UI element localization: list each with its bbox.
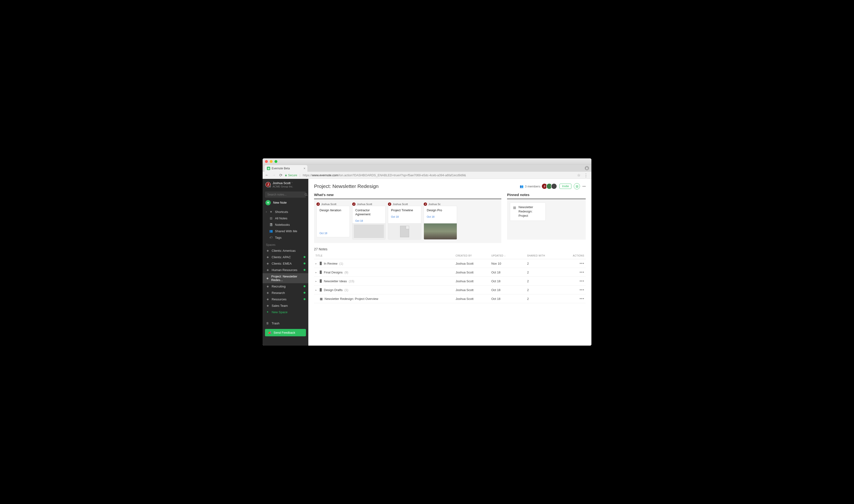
expand-caret-icon[interactable]: ▸ <box>316 271 318 274</box>
card-date: Oct 18 <box>355 219 382 222</box>
table-row[interactable]: ▸▉In Review (1)Joshua ScottNov 102••• <box>314 259 586 268</box>
new-note-button[interactable]: + New Note <box>265 200 305 205</box>
card-date: Oct 18 <box>320 232 347 235</box>
tab-title: Evernote Beta <box>272 167 290 170</box>
cube-icon: ◈ <box>266 262 269 265</box>
secure-indicator[interactable]: Secure <box>285 174 297 177</box>
search-icon <box>304 193 308 196</box>
col-actions: ACTIONS <box>568 254 584 257</box>
sidebar-space-item[interactable]: ◈Clients: Americas <box>263 248 308 254</box>
browser-reload-button[interactable]: ⟳ <box>279 173 282 177</box>
url-text[interactable]: https://www.evernote.com/Ion.action?DASH… <box>303 174 466 177</box>
sidebar-item-tags[interactable]: 🏷Tags <box>263 234 308 241</box>
row-actions-button[interactable]: ••• <box>568 288 584 292</box>
spaces-header: Spaces <box>263 241 308 248</box>
status-dot-icon <box>304 292 305 294</box>
new-space-button[interactable]: ✦ New Space <box>263 309 308 316</box>
card-date: Oct 18 <box>427 215 454 218</box>
sidebar-space-item[interactable]: ◈Research <box>263 290 308 296</box>
sidebar-space-item[interactable]: ◈Clients: APAC <box>263 254 308 260</box>
search-input[interactable] <box>267 193 303 196</box>
window-titlebar <box>263 158 591 165</box>
sidebar-item-shortcuts[interactable]: ▸★Shortcuts <box>263 209 308 215</box>
sidebar-account[interactable]: J Joshua Scott ˅ ACME Group Inc. <box>263 179 308 191</box>
members-icon: 👥 <box>520 185 523 188</box>
pinned-panel: ▦ Newsletter Redesign: Project <box>507 199 586 240</box>
col-shared-with[interactable]: SHARED WITH <box>527 254 568 257</box>
card-date: Oct 18 <box>391 215 418 218</box>
member-avatars[interactable]: J <box>543 183 557 190</box>
sidebar-space-item[interactable]: ◈Human Resources <box>263 267 308 273</box>
expand-caret-icon[interactable]: ▸ <box>316 280 318 283</box>
user-avatar-icon: J <box>265 182 271 187</box>
members-indicator[interactable]: 👥 3 members <box>520 185 540 188</box>
invite-button[interactable]: Invite <box>559 184 572 189</box>
card-title: Design Iteration <box>320 209 347 213</box>
row-actions-button[interactable]: ••• <box>568 270 584 274</box>
chevron-down-icon: ˅ <box>291 182 292 185</box>
evernote-favicon-icon: ⊞ <box>267 167 270 170</box>
notes-count: 27 Notes <box>314 245 586 252</box>
table-row[interactable]: ▸▉Final Designs (9)Joshua ScottOct 182••… <box>314 268 586 277</box>
browser-menu-icon[interactable]: ⋮ <box>583 173 589 178</box>
cube-icon: ◈ <box>266 285 269 288</box>
send-feedback-button[interactable]: 📣 Send Feedback <box>265 329 306 336</box>
layout-toggle-button[interactable]: ▤ <box>574 183 580 190</box>
col-updated[interactable]: UPDATED↓ <box>491 254 527 257</box>
sidebar: J Joshua Scott ˅ ACME Group Inc. + New N… <box>263 179 308 346</box>
cube-icon: ◈ <box>266 255 269 259</box>
sidebar-search[interactable] <box>265 192 306 198</box>
card-author: JJoshua Scott <box>317 202 350 206</box>
chrome-profile-icon[interactable] <box>585 166 589 170</box>
sidebar-item-notebooks[interactable]: 📓Notebooks <box>263 221 308 228</box>
sidebar-space-item[interactable]: ◈Resources <box>263 296 308 303</box>
whats-new-card[interactable]: Design ProOct 18 <box>424 206 457 240</box>
row-actions-button[interactable]: ••• <box>568 279 584 283</box>
col-title[interactable]: TITLE <box>316 254 456 257</box>
nav-icon: 👥 <box>269 229 272 233</box>
window-close-button[interactable] <box>265 160 268 163</box>
sidebar-item-shared-with-me[interactable]: 👥Shared With Me <box>263 228 308 234</box>
card-author: JJoshua Sc <box>424 202 457 206</box>
tab-close-button[interactable]: × <box>304 166 305 170</box>
more-actions-icon[interactable]: ••• <box>582 185 586 188</box>
notebook-icon: ▉ <box>320 280 322 283</box>
browser-back-button[interactable]: ← <box>265 173 269 177</box>
whats-new-card[interactable]: Project TimelineOct 18 <box>388 206 421 240</box>
row-actions-button[interactable]: ••• <box>568 296 584 301</box>
whats-new-card[interactable]: Design IterationOct 18 <box>317 206 350 237</box>
row-actions-button[interactable]: ••• <box>568 261 584 266</box>
sidebar-space-item[interactable]: ◈Project: Newsletter Redes... <box>263 273 308 283</box>
card-author: JJoshua Scott <box>352 202 386 206</box>
cube-icon: ◈ <box>266 249 269 252</box>
user-name: Joshua Scott <box>272 181 290 185</box>
pinned-note[interactable]: ▦ Newsletter Redesign: Project <box>510 202 546 221</box>
megaphone-icon: 📣 <box>268 331 272 335</box>
status-dot-icon <box>304 285 305 287</box>
expand-caret-icon[interactable]: ▸ <box>316 289 318 291</box>
sidebar-space-item[interactable]: ◈Clients: EMEA <box>263 260 308 267</box>
table-row[interactable]: ▸▉Newsletter Ideas (15)Joshua ScottOct 1… <box>314 277 586 286</box>
whats-new-card[interactable]: Contractor AgreementOct 18 <box>352 206 386 240</box>
table-row[interactable]: ▦Newsletter Redesign: Project Overview J… <box>314 294 586 303</box>
avatar <box>551 183 557 190</box>
bookmark-star-icon[interactable]: ☆ <box>577 173 581 177</box>
window-maximize-button[interactable] <box>274 160 277 163</box>
pinned-header: Pinned notes <box>507 191 586 199</box>
card-author: JJoshua Scott <box>388 202 421 206</box>
browser-forward-button[interactable]: → <box>272 173 276 177</box>
browser-tab-evernote[interactable]: ⊞ Evernote Beta × <box>265 165 307 172</box>
user-org: ACME Group Inc. <box>272 185 293 188</box>
sidebar-space-item[interactable]: ◈Recruiting <box>263 283 308 290</box>
sidebar-trash[interactable]: 🗑 Trash <box>263 320 308 327</box>
table-row[interactable]: ▸▉Design Drafts (1)Joshua ScottOct 182••… <box>314 286 586 294</box>
window-minimize-button[interactable] <box>270 160 272 163</box>
avatar-icon: J <box>317 202 320 206</box>
sidebar-space-item[interactable]: ◈Sales Team <box>263 303 308 309</box>
expand-caret-icon[interactable]: ▸ <box>316 262 318 265</box>
page-title: Project: Newsletter Redesign <box>314 183 379 189</box>
new-space-icon: ✦ <box>266 310 269 314</box>
sidebar-item-all-notes[interactable]: ▤All Notes <box>263 215 308 221</box>
col-created-by[interactable]: CREATED BY <box>456 254 491 257</box>
cube-icon: ◈ <box>266 276 269 280</box>
